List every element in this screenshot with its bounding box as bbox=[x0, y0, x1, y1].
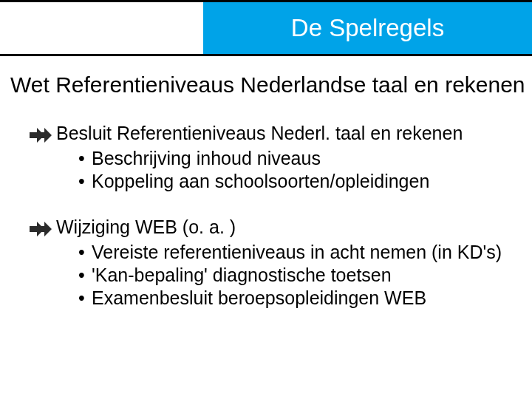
bullet-dot: • bbox=[78, 170, 92, 193]
section-heading: Wijziging WEB (o. a. ) bbox=[56, 216, 236, 239]
bullet-text: Vereiste referentieniveaus in acht nemen… bbox=[92, 241, 502, 264]
header-blue-panel: De Spelregels bbox=[203, 2, 532, 54]
section-bullets: • Vereiste referentieniveaus in acht nem… bbox=[78, 241, 517, 310]
slide-title: De Spelregels bbox=[291, 14, 444, 42]
bullet-dot: • bbox=[78, 264, 92, 287]
bullet-text: Beschrijving inhoud niveaus bbox=[92, 147, 321, 170]
section-heading: Besluit Referentieniveaus Nederl. taal e… bbox=[56, 122, 463, 145]
arrow-bullet-icon bbox=[30, 219, 52, 239]
list-item: • Examenbesluit beroepsopleidingen WEB bbox=[78, 287, 517, 310]
section-bullets: • Beschrijving inhoud niveaus • Koppelin… bbox=[78, 147, 517, 194]
bullet-dot: • bbox=[78, 147, 92, 170]
bullet-dot: • bbox=[78, 241, 92, 264]
slide-subheader: Wet Referentieniveaus Nederlandse taal e… bbox=[10, 72, 525, 98]
list-item: • Beschrijving inhoud niveaus bbox=[78, 147, 517, 170]
section-row: Wijziging WEB (o. a. ) bbox=[30, 216, 517, 239]
bullet-text: Examenbesluit beroepsopleidingen WEB bbox=[92, 287, 426, 310]
slide-header: De Spelregels bbox=[0, 2, 532, 54]
arrow-bullet-icon bbox=[30, 125, 52, 146]
list-item: • Koppeling aan schoolsoorten/opleidinge… bbox=[78, 170, 517, 193]
list-item: • 'Kan-bepaling' diagnostische toetsen bbox=[78, 264, 517, 287]
slide-content: Besluit Referentieniveaus Nederl. taal e… bbox=[30, 122, 517, 332]
bullet-text: Koppeling aan schoolsoorten/opleidingen bbox=[92, 170, 429, 193]
bullet-text: 'Kan-bepaling' diagnostische toetsen bbox=[92, 264, 392, 287]
bullet-dot: • bbox=[78, 287, 92, 310]
header-bottom-border bbox=[0, 54, 532, 56]
list-item: • Vereiste referentieniveaus in acht nem… bbox=[78, 241, 517, 264]
section-row: Besluit Referentieniveaus Nederl. taal e… bbox=[30, 122, 517, 146]
